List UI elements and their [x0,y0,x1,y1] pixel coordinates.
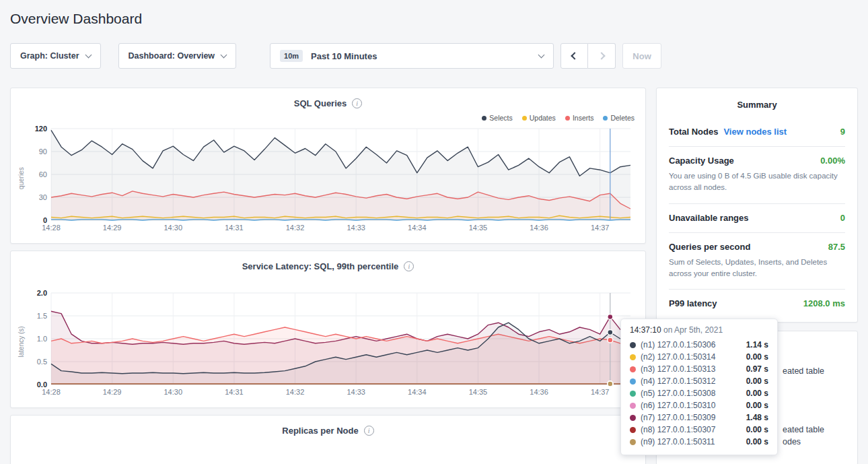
dashboard-dropdown[interactable]: Dashboard: Overview [118,43,237,69]
graph-dropdown-value: Cluster [50,51,79,61]
node-address: (n4) 127.0.0.1:50312 [641,376,715,386]
summary-row-capacity-usage: Capacity Usage 0.00% You are using 0 B o… [669,147,845,204]
svg-text:14:31: 14:31 [225,224,244,232]
svg-text:14:29: 14:29 [103,224,122,232]
p99-latency-label: P99 latency [669,298,717,308]
node-address: (n6) 127.0.0.1:50310 [641,401,715,410]
svg-text:1.0: 1.0 [37,335,47,343]
legend-item-selects[interactable]: Selects [482,112,512,123]
summary-panel: Summary Total Nodes View nodes list 9 Ca… [656,88,858,323]
node-address: (n5) 127.0.0.1:50308 [641,389,715,398]
legend-item-deletes[interactable]: Deletes [603,112,635,123]
svg-text:14:28: 14:28 [42,224,61,232]
event-item-fragment: odes [783,437,801,446]
node-latency-value: 1.14 s [746,340,768,350]
unavailable-ranges-value: 0 [840,213,845,223]
svg-text:14:32: 14:32 [286,388,305,396]
svg-text:14:36: 14:36 [530,224,548,232]
node-latency-value: 0.00 s [746,401,768,410]
summary-row-queries-per-second: Queries per second 87.5 Sum of Selects, … [669,233,845,290]
latency-y-axis-label: latency (s) [17,326,25,357]
tooltip-node-row: (n2) 127.0.0.1:503140.00 s [630,351,768,363]
svg-text:14:28: 14:28 [42,388,61,396]
service-latency-chart[interactable]: 0.00.51.01.52.014:2814:2914:3014:3114:32… [20,289,636,398]
info-icon[interactable]: i [364,426,374,436]
node-latency-value: 0.00 s [746,389,768,398]
replicas-per-node-chart-card: Replicas per Node i [10,415,646,464]
graph-dropdown-label: Graph: [20,51,48,61]
node-latency-value: 0.00 s [746,376,768,386]
node-latency-value: 0.00 s [746,352,768,362]
svg-text:2.0: 2.0 [37,289,47,297]
tooltip-node-row: (n3) 127.0.0.1:503130.97 s [630,363,768,375]
capacity-usage-description: You are using 0 B of 4.5 GiB usable disk… [669,170,840,194]
time-range-dropdown[interactable]: 10m Past 10 Minutes [270,43,554,69]
sql-queries-legend: SelectsUpdatesInsertsDeletes [20,112,635,123]
svg-text:0.0: 0.0 [37,380,47,389]
node-color-dot-icon [630,403,636,409]
svg-text:14:35: 14:35 [469,388,488,396]
tooltip-node-row: (n1) 127.0.0.1:503061.14 s [630,339,768,351]
dashboard-dropdown-label: Dashboard: [129,51,175,61]
svg-text:0: 0 [43,216,47,224]
view-nodes-list-link[interactable]: View nodes list [723,127,787,137]
capacity-usage-label: Capacity Usage [669,156,734,166]
next-time-button[interactable] [588,43,616,69]
prev-time-button[interactable] [560,43,588,69]
sql-queries-chart-card: SQL Queries i SelectsUpdatesInsertsDelet… [10,88,646,244]
svg-text:14:35: 14:35 [469,224,488,232]
sql-queries-chart[interactable]: 030609012014:2814:2914:3014:3114:3214:33… [20,125,636,234]
capacity-usage-value: 0.00% [820,156,845,166]
summary-row-unavailable-ranges: Unavailable ranges 0 [669,204,845,233]
time-range-badge: 10m [280,50,303,62]
legend-dot-icon [522,116,527,121]
tooltip-date: on Apr 5th, 2021 [661,325,723,335]
queries-per-second-description: Sum of Selects, Updates, Inserts, and De… [669,257,840,280]
service-latency-chart-card: Service Latency: SQL, 99th percentile i … [10,251,646,408]
replicas-per-node-chart-title: Replicas per Node [282,426,358,436]
total-nodes-value: 9 [840,127,845,137]
svg-text:14:32: 14:32 [286,224,305,232]
svg-text:14:34: 14:34 [408,224,427,232]
svg-text:90: 90 [39,147,47,156]
svg-text:30: 30 [39,193,47,201]
service-latency-chart-title: Service Latency: SQL, 99th percentile [242,261,399,271]
queries-per-second-label: Queries per second [669,242,750,252]
legend-dot-icon [603,116,608,121]
svg-text:14:30: 14:30 [164,388,182,396]
event-item-fragment: eated table [783,425,824,434]
legend-item-updates[interactable]: Updates [522,112,556,123]
svg-text:14:29: 14:29 [103,388,122,396]
tooltip-node-row: (n7) 127.0.0.1:503091.48 s [630,411,768,424]
info-icon[interactable]: i [352,98,362,108]
tooltip-timestamp: 14:37:10 on Apr 5th, 2021 [630,325,768,335]
node-address: (n3) 127.0.0.1:50313 [641,364,715,374]
total-nodes-label: Total Nodes [669,127,718,137]
info-icon[interactable]: i [404,261,414,271]
svg-text:14:30: 14:30 [164,224,182,232]
tooltip-node-row: (n5) 127.0.0.1:503080.00 s [630,387,768,399]
tooltip-node-row: (n8) 127.0.0.1:503070.00 s [630,424,768,436]
unavailable-ranges-label: Unavailable ranges [669,213,749,223]
time-range-value: Past 10 Minutes [311,51,377,61]
queries-per-second-value: 87.5 [828,242,845,252]
node-address: (n9) 127.0.0.1:50311 [641,437,715,446]
chart-hover-tooltip: 14:37:10 on Apr 5th, 2021 (n1) 127.0.0.1… [620,319,778,455]
svg-text:14:33: 14:33 [347,388,365,396]
node-latency-value: 0.00 s [746,437,768,446]
node-address: (n7) 127.0.0.1:50309 [641,413,715,422]
graph-dropdown[interactable]: Graph: Cluster [10,43,101,69]
node-color-dot-icon [630,342,636,348]
summary-title: Summary [669,88,845,118]
node-latency-value: 0.00 s [746,425,768,434]
chevron-down-icon [221,52,227,59]
legend-item-inserts[interactable]: Inserts [565,112,594,123]
svg-text:14:31: 14:31 [225,388,244,396]
now-button[interactable]: Now [622,43,661,69]
svg-text:120: 120 [35,125,47,133]
svg-text:14:37: 14:37 [591,388,610,396]
svg-text:14:34: 14:34 [408,388,427,396]
tooltip-node-row: (n6) 127.0.0.1:503100.00 s [630,399,768,411]
tooltip-node-row: (n9) 127.0.0.1:503110.00 s [630,436,768,448]
svg-text:14:36: 14:36 [530,388,548,396]
